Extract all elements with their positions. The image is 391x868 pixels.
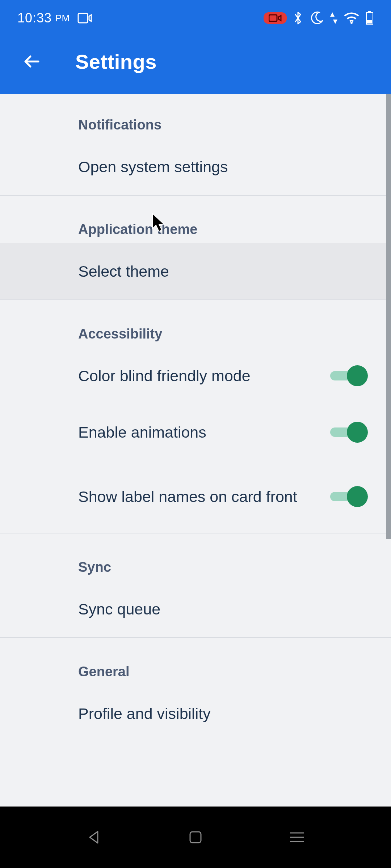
triangle-back-icon xyxy=(86,829,102,845)
row-open-system-settings[interactable]: Open system settings xyxy=(0,139,391,195)
cast-icon xyxy=(77,13,92,24)
svg-rect-1 xyxy=(269,15,277,21)
row-select-theme[interactable]: Select theme xyxy=(0,243,391,299)
settings-list[interactable]: Notifications Open system settings Appli… xyxy=(0,94,391,807)
arrow-left-icon xyxy=(22,52,41,71)
status-left: 10:33 PM xyxy=(17,10,92,26)
section-header-notifications: Notifications xyxy=(0,94,391,139)
wifi-icon xyxy=(344,12,359,24)
row-sync-queue[interactable]: Sync queue xyxy=(0,581,391,637)
section-general: General Profile and visibility xyxy=(0,638,391,742)
switch-show-label-names[interactable] xyxy=(330,487,366,506)
square-home-icon xyxy=(188,830,203,845)
svg-rect-5 xyxy=(367,20,372,24)
status-ampm: PM xyxy=(55,13,70,24)
page-title: Settings xyxy=(75,50,157,73)
row-label: Profile and visibility xyxy=(78,703,369,724)
menu-recent-icon xyxy=(289,831,305,844)
nav-home-button[interactable] xyxy=(181,823,210,852)
status-time: 10:33 xyxy=(17,10,52,26)
svg-rect-4 xyxy=(368,11,371,13)
app-bar: Settings xyxy=(0,36,391,94)
switch-enable-animations[interactable] xyxy=(330,422,366,442)
svg-rect-0 xyxy=(78,13,88,23)
screen: 10:33 PM xyxy=(0,0,391,868)
row-label: Select theme xyxy=(78,261,369,282)
row-color-blind-mode[interactable]: Color blind friendly mode xyxy=(0,348,391,404)
row-show-label-names[interactable]: Show label names on card front xyxy=(0,460,391,533)
battery-icon xyxy=(366,11,374,25)
data-icon xyxy=(330,12,337,25)
switch-color-blind-mode[interactable] xyxy=(330,366,366,386)
screen-record-icon xyxy=(264,12,287,24)
row-label: Open system settings xyxy=(78,156,369,177)
switch-thumb xyxy=(347,365,368,386)
status-right xyxy=(264,11,374,25)
section-header-accessibility: Accessibility xyxy=(0,300,391,348)
section-theme: Application theme Select theme xyxy=(0,196,391,299)
scrollbar[interactable] xyxy=(386,94,391,539)
section-notifications: Notifications Open system settings xyxy=(0,94,391,195)
nav-recent-button[interactable] xyxy=(282,823,311,852)
status-bar: 10:33 PM xyxy=(0,0,391,36)
back-button[interactable] xyxy=(22,51,42,72)
row-profile-visibility[interactable]: Profile and visibility xyxy=(0,685,391,742)
nav-back-button[interactable] xyxy=(80,823,109,852)
row-label: Show label names on card front xyxy=(78,486,330,507)
moon-icon xyxy=(309,11,324,25)
svg-rect-6 xyxy=(190,832,201,843)
system-nav-bar xyxy=(0,807,391,868)
bluetooth-icon xyxy=(293,11,303,25)
section-header-general: General xyxy=(0,638,391,685)
row-label: Enable animations xyxy=(78,422,330,443)
switch-thumb xyxy=(347,422,368,443)
section-header-sync: Sync xyxy=(0,533,391,581)
row-label: Sync queue xyxy=(78,599,369,620)
svg-point-2 xyxy=(350,22,353,24)
switch-thumb xyxy=(347,486,368,507)
section-accessibility: Accessibility Color blind friendly mode … xyxy=(0,300,391,533)
section-header-theme: Application theme xyxy=(0,196,391,243)
section-sync: Sync Sync queue xyxy=(0,533,391,637)
row-enable-animations[interactable]: Enable animations xyxy=(0,404,391,460)
row-label: Color blind friendly mode xyxy=(78,365,330,386)
